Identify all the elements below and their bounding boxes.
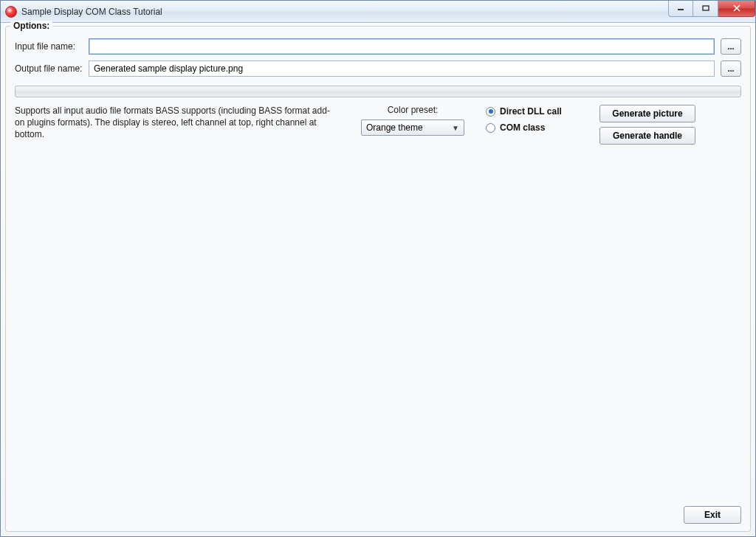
color-preset-section: Color preset: Orange theme ▼ xyxy=(357,105,468,145)
generate-handle-button[interactable]: Generate handle xyxy=(599,127,695,145)
call-mode-radios: Direct DLL call COM class xyxy=(486,105,582,145)
svg-rect-1 xyxy=(703,6,709,10)
app-window: Sample Display COM Class Tutorial Option… xyxy=(0,0,756,537)
output-file-row: Output file name: ... xyxy=(15,60,741,77)
titlebar[interactable]: Sample Display COM Class Tutorial xyxy=(1,1,755,23)
svg-rect-0 xyxy=(678,9,684,10)
maximize-button[interactable] xyxy=(693,1,718,17)
description-text: Supports all input audio file formats BA… xyxy=(15,105,340,145)
input-file-row: Input file name: ... xyxy=(15,38,741,55)
radio-direct-dll-call[interactable]: Direct DLL call xyxy=(486,106,582,117)
output-browse-button[interactable]: ... xyxy=(721,60,741,77)
window-title: Sample Display COM Class Tutorial xyxy=(21,7,668,17)
client-area: Options: Input file name: ... Output fil… xyxy=(1,23,755,536)
radio-com-class[interactable]: COM class xyxy=(486,122,582,133)
output-file-field[interactable] xyxy=(89,60,715,77)
minimize-icon xyxy=(677,5,684,11)
radio-dot-icon xyxy=(486,107,495,117)
spacer xyxy=(15,145,741,502)
input-file-label: Input file name: xyxy=(15,41,83,52)
options-group: Options: Input file name: ... Output fil… xyxy=(5,26,751,532)
minimize-button[interactable] xyxy=(668,1,693,17)
action-buttons: Generate picture Generate handle xyxy=(599,105,695,145)
generate-picture-button[interactable]: Generate picture xyxy=(599,105,695,122)
radio-dot-icon xyxy=(486,123,495,133)
radio-com-label: COM class xyxy=(500,122,545,133)
color-preset-selected: Orange theme xyxy=(366,122,423,133)
lower-panel: Supports all input audio file formats BA… xyxy=(15,105,741,145)
group-title: Options: xyxy=(10,21,52,31)
color-preset-dropdown[interactable]: Orange theme ▼ xyxy=(361,119,464,136)
input-file-field[interactable] xyxy=(89,38,715,55)
input-browse-button[interactable]: ... xyxy=(721,38,741,55)
chevron-down-icon: ▼ xyxy=(452,124,459,132)
maximize-icon xyxy=(702,5,709,11)
output-file-label: Output file name: xyxy=(15,63,83,74)
exit-button[interactable]: Exit xyxy=(684,506,741,524)
close-button[interactable] xyxy=(718,1,755,17)
window-controls xyxy=(668,1,755,17)
progress-bar xyxy=(15,86,741,97)
radio-direct-label: Direct DLL call xyxy=(500,106,562,117)
color-preset-label: Color preset: xyxy=(388,105,439,115)
app-icon xyxy=(5,6,17,18)
footer: Exit xyxy=(15,506,741,524)
close-icon xyxy=(732,4,741,12)
